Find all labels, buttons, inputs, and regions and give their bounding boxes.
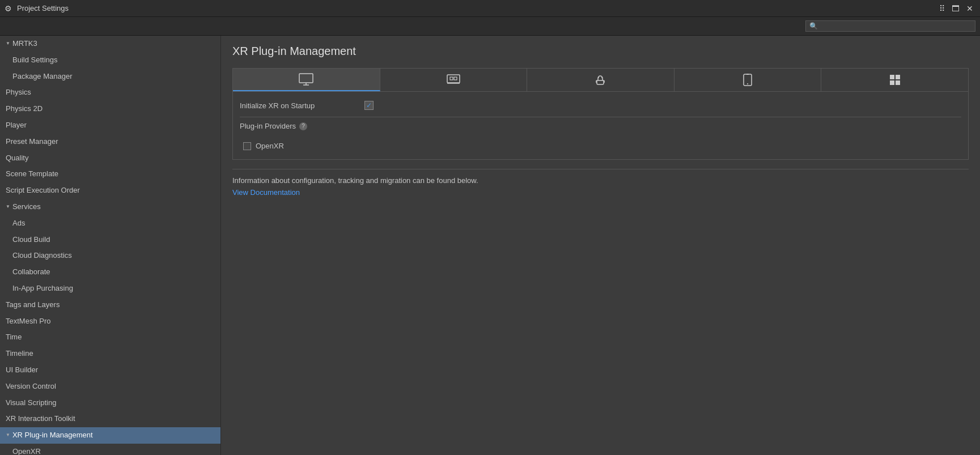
svg-rect-4 — [450, 77, 453, 80]
sidebar-item-ui-builder[interactable]: UI Builder — [0, 362, 220, 379]
search-input[interactable] — [820, 22, 971, 30]
platform-tabs — [232, 68, 969, 91]
sidebar-item-build-settings[interactable]: Build Settings — [0, 52, 220, 69]
sidebar-item-tags-and-layers[interactable]: Tags and Layers — [0, 297, 220, 313]
search-icon: 🔍 — [809, 22, 818, 30]
sidebar-item-collaborate[interactable]: Collaborate — [0, 264, 220, 280]
view-documentation-link[interactable]: View Documentation — [232, 188, 300, 197]
svg-point-8 — [601, 77, 603, 78]
title-bar-controls: ⠿ 🗖 ✕ — [937, 3, 975, 14]
title-bar: ⚙ Project Settings ⠿ 🗖 ✕ — [0, 0, 980, 17]
svg-rect-15 — [896, 75, 900, 79]
maximize-btn[interactable]: 🗖 — [949, 3, 962, 14]
sidebar-item-time[interactable]: Time — [0, 329, 220, 346]
sidebar-item-cloud-diagnostics[interactable]: Cloud Diagnostics — [0, 248, 220, 264]
info-section: Information about configuration, trackin… — [232, 169, 969, 203]
sidebar-group-label: MRTK3 — [12, 38, 37, 50]
svg-point-12 — [747, 83, 748, 84]
openxr-label: OpenXR — [256, 142, 284, 150]
tab-android[interactable] — [527, 69, 674, 91]
windows-icon — [888, 73, 902, 87]
initialize-xr-label: Initialize XR on Startup — [240, 101, 364, 110]
sidebar-item-version-control[interactable]: Version Control — [0, 379, 220, 395]
page-title: XR Plug-in Management — [232, 45, 969, 58]
openxr-checkbox[interactable] — [243, 142, 251, 150]
menu-btn[interactable]: ⠿ — [937, 3, 947, 14]
sidebar-item-physics[interactable]: Physics — [0, 84, 220, 101]
sidebar-services-label: Services — [12, 201, 41, 213]
ios-icon — [742, 73, 753, 87]
initialize-xr-row: Initialize XR on Startup — [240, 99, 961, 112]
sidebar-item-xr-plugin-management[interactable]: ▼ XR Plug-in Management — [0, 427, 220, 444]
android-icon — [593, 73, 607, 87]
tab-standalone[interactable] — [380, 69, 528, 91]
sidebar-item-visual-scripting[interactable]: Visual Scripting — [0, 395, 220, 411]
chevron-down-icon: ▼ — [6, 40, 10, 48]
window-title: Project Settings — [17, 4, 69, 12]
sidebar-item-textmesh-pro[interactable]: TextMesh Pro — [0, 313, 220, 330]
settings-panel: Initialize XR on Startup Plug-in Provide… — [232, 91, 969, 160]
help-icon[interactable]: ? — [299, 122, 307, 130]
sidebar-item-ads[interactable]: Ads — [0, 215, 220, 232]
sidebar-item-physics-2d[interactable]: Physics 2D — [0, 101, 220, 117]
sidebar-item-quality[interactable]: Quality — [0, 150, 220, 167]
chevron-down-icon-services: ▼ — [6, 203, 10, 211]
tab-desktop[interactable] — [233, 69, 380, 91]
initialize-xr-checkbox[interactable] — [364, 101, 374, 110]
sidebar-item-player[interactable]: Player — [0, 117, 220, 134]
sidebar-item-package-manager[interactable]: Package Manager — [0, 69, 220, 85]
sidebar-item-xr-interaction-toolkit[interactable]: XR Interaction Toolkit — [0, 411, 220, 427]
plugin-providers-header: Plug-in Providers ? — [240, 117, 961, 135]
content-area: XR Plug-in Management — [221, 36, 980, 455]
sidebar-item-preset-manager[interactable]: Preset Manager — [0, 134, 220, 150]
svg-rect-16 — [890, 80, 894, 85]
tab-windows[interactable] — [821, 69, 968, 91]
sidebar-item-openxr[interactable]: OpenXR — [0, 444, 220, 455]
search-bar: 🔍 — [0, 17, 980, 36]
sidebar-item-mrtk3[interactable]: ▼ MRTK3 — [0, 36, 220, 52]
svg-point-7 — [598, 77, 599, 78]
search-wrapper: 🔍 — [805, 20, 975, 32]
sidebar-item-in-app-purchasing[interactable]: In-App Purchasing — [0, 280, 220, 297]
sidebar-item-timeline[interactable]: Timeline — [0, 346, 220, 362]
svg-rect-17 — [896, 80, 900, 85]
tab-ios[interactable] — [674, 69, 822, 91]
plugin-providers-label: Plug-in Providers — [240, 122, 296, 130]
sidebar-xr-label: XR Plug-in Management — [12, 430, 93, 441]
svg-rect-5 — [454, 77, 457, 80]
close-btn[interactable]: ✕ — [964, 3, 975, 14]
sidebar-item-services[interactable]: ▼ Services — [0, 199, 220, 215]
svg-rect-14 — [890, 75, 894, 79]
main-layout: ▼ MRTK3 Build Settings Package Manager P… — [0, 36, 980, 455]
chevron-down-icon-xr: ▼ — [6, 432, 10, 439]
desktop-icon — [298, 73, 314, 86]
gear-icon: ⚙ — [5, 4, 14, 13]
title-bar-left: ⚙ Project Settings — [5, 4, 69, 13]
info-text: Information about configuration, trackin… — [232, 176, 969, 185]
openxr-provider-row: OpenXR — [240, 139, 961, 152]
svg-rect-3 — [447, 75, 460, 83]
sidebar-item-script-execution-order[interactable]: Script Execution Order — [0, 182, 220, 199]
sidebar: ▼ MRTK3 Build Settings Package Manager P… — [0, 36, 221, 455]
svg-rect-0 — [299, 74, 313, 83]
standalone-icon — [446, 74, 461, 86]
sidebar-item-cloud-build[interactable]: Cloud Build — [0, 232, 220, 248]
sidebar-item-scene-template[interactable]: Scene Template — [0, 166, 220, 182]
